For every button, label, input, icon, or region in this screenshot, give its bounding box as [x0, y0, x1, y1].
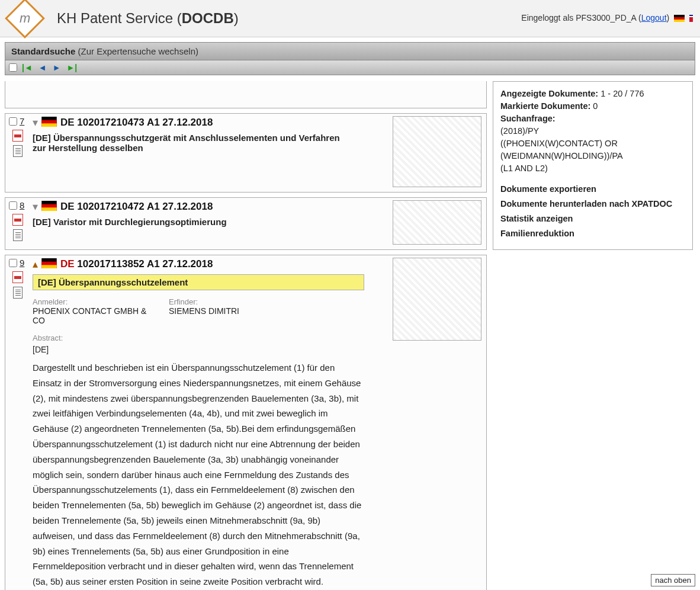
partial-doc-above	[5, 81, 487, 108]
query-line: (L1 AND L2)	[500, 162, 685, 175]
doc-select-checkbox[interactable]	[9, 117, 17, 126]
abstract-body: Dargestellt und beschrieben ist ein Über…	[33, 360, 364, 589]
link-export[interactable]: Dokumente exportieren	[500, 183, 685, 195]
doc-id[interactable]: DE 102017210472 A1 27.12.2018	[60, 201, 213, 213]
shown-docs: Angezeigte Dokumente: 1 - 20 / 776	[500, 88, 685, 100]
logout-link[interactable]: Logout	[641, 13, 667, 23]
doc-id[interactable]: DE 102017210473 A1 27.12.2018	[60, 117, 213, 129]
sidebar: Angezeigte Dokumente: 1 - 20 / 776 Marki…	[493, 81, 693, 250]
flag-de-icon	[41, 201, 57, 213]
query-line: ((PHOENIX(W)CONTACT) OR (WEIDMANN(W)HOLD…	[500, 137, 685, 162]
expand-toggle-icon[interactable]: ▾	[33, 200, 38, 213]
svg-rect-11	[41, 207, 57, 211]
svg-rect-8	[41, 123, 57, 127]
fulltext-icon[interactable]	[13, 145, 23, 157]
doc-card: 9 ▴ DE 102017113852 A1 27.12.2018	[5, 255, 487, 590]
flag-de-icon[interactable]	[674, 14, 685, 24]
flag-de-icon	[41, 258, 57, 270]
marked-docs: Markierte Dokumente: 0	[500, 100, 685, 113]
header-bar: m KH Patent Service (DOCDB) Eingeloggt a…	[0, 0, 700, 37]
back-to-top-button[interactable]: nach oben	[651, 574, 695, 586]
pdf-icon[interactable]	[12, 271, 23, 283]
query-label: Suchanfrage:	[500, 113, 685, 125]
nav-bar: |◄ ◄ ► ►|	[5, 60, 695, 75]
search-mode-bar[interactable]: Standardsuche (Zur Expertensuche wechsel…	[5, 42, 695, 60]
nav-next-icon[interactable]: ►	[52, 63, 62, 72]
fulltext-icon[interactable]	[13, 287, 23, 299]
doc-title: [DE] Überspannungsschutzgerät mit Anschl…	[33, 133, 341, 153]
svg-rect-14	[41, 265, 57, 268]
doc-select-checkbox[interactable]	[9, 201, 17, 210]
doc-select-checkbox[interactable]	[9, 259, 17, 267]
svg-rect-2	[674, 20, 685, 22]
doc-card: 7 ▾ DE 102017210473 A1 27.12.2018	[5, 113, 487, 193]
erfinder-label: Erfinder:	[169, 297, 239, 306]
anmelder-value: PHOENIX CONTACT GMBH & CO	[33, 306, 157, 325]
nav-last-icon[interactable]: ►|	[66, 63, 79, 72]
link-download[interactable]: Dokumente herunterladen nach XPATDOC	[500, 198, 685, 210]
doc-number[interactable]: 8	[20, 200, 24, 210]
login-info: Eingeloggt als PFS3000_PD_A (Logout)	[521, 13, 695, 23]
link-stats[interactable]: Statistik anzeigen	[500, 213, 685, 225]
anmelder-label: Anmelder:	[33, 297, 157, 306]
pdf-icon[interactable]	[12, 130, 23, 142]
expand-toggle-icon[interactable]: ▾	[33, 116, 38, 129]
flag-en-icon[interactable]	[689, 14, 693, 24]
doc-title: [DE] Überspannungsschutzelement	[33, 274, 364, 290]
query-line: (2018)/PY	[500, 125, 685, 137]
abstract-label: Abstract:	[33, 334, 388, 342]
doc-id[interactable]: DE 102017113852 A1 27.12.2018	[60, 258, 213, 270]
logo-icon: m	[5, 0, 45, 39]
doc-thumbnail[interactable]	[393, 116, 481, 187]
svg-rect-5	[689, 15, 693, 16]
doc-number[interactable]: 7	[20, 116, 24, 126]
app-title: KH Patent Service (DOCDB)	[57, 10, 239, 27]
doc-title: [DE] Varistor mit Durchlegierungsoptimie…	[33, 217, 341, 227]
link-family[interactable]: Familienreduktion	[500, 227, 685, 240]
pdf-icon[interactable]	[12, 214, 23, 226]
results-column: 7 ▾ DE 102017210473 A1 27.12.2018	[5, 81, 487, 590]
doc-thumbnail[interactable]	[393, 200, 481, 245]
doc-thumbnail[interactable]	[393, 258, 481, 341]
select-all-checkbox[interactable]	[9, 63, 17, 72]
fulltext-icon[interactable]	[13, 229, 23, 241]
doc-card: 8 ▾ DE 102017210472 A1 27.12.2018	[5, 197, 487, 250]
nav-prev-icon[interactable]: ◄	[37, 63, 48, 72]
erfinder-value: SIEMENS DIMITRI	[169, 306, 239, 316]
nav-first-icon[interactable]: |◄	[21, 63, 34, 72]
doc-number[interactable]: 9	[20, 258, 24, 268]
abstract-lang: [DE]	[33, 345, 388, 354]
flag-de-icon	[41, 117, 57, 129]
expand-toggle-icon[interactable]: ▴	[33, 258, 38, 271]
